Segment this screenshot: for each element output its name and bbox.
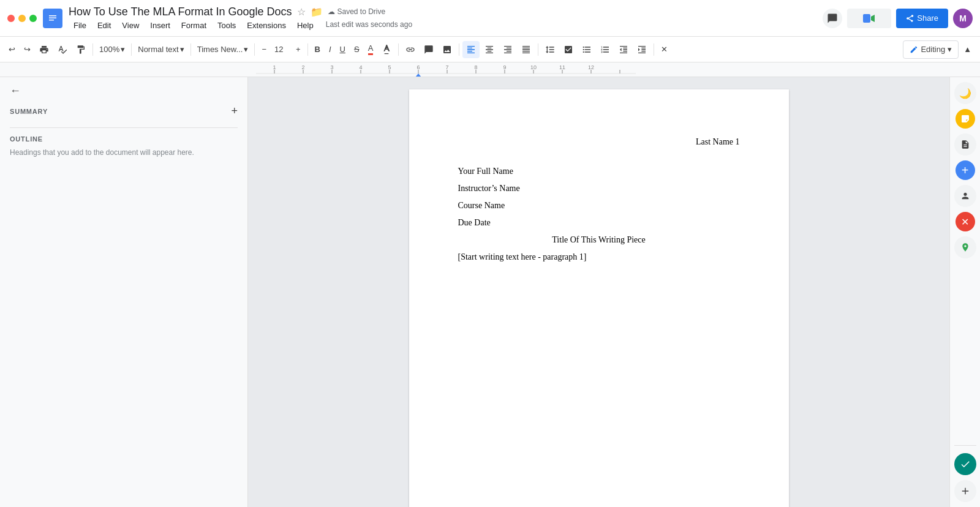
toolbar: ↩ ↪ 100% ▾ Normal text ▾ Times New... ▾ … [0, 37, 980, 62]
paintformat-button[interactable] [72, 41, 89, 58]
font-size-plus-button[interactable]: + [292, 41, 304, 58]
style-select[interactable]: Normal text ▾ [135, 41, 187, 58]
dark-add-button[interactable] [954, 480, 976, 502]
menu-insert[interactable]: Insert [145, 20, 175, 31]
outline-title: OUTLINE [10, 135, 238, 143]
user-avatar[interactable]: M [953, 9, 973, 28]
collapse-toolbar-button[interactable]: ▲ [960, 41, 975, 58]
svg-text:8: 8 [474, 64, 477, 70]
increase-indent-button[interactable] [633, 41, 650, 58]
title-bar-right: Share M [823, 9, 973, 28]
add-circle-button[interactable]: + [956, 160, 975, 180]
teal-check-button[interactable] [954, 453, 976, 475]
font-select[interactable]: Times New... ▾ [194, 41, 252, 58]
doc-body-line[interactable]: [Start writing text here - paragraph 1] [458, 249, 740, 266]
doc-line-3[interactable]: Course Name [458, 197, 740, 214]
back-arrow-icon[interactable]: ← [10, 85, 21, 97]
sidebar: ← SUMMARY + OUTLINE Headings that you ad… [0, 77, 248, 507]
svg-text:12: 12 [588, 64, 594, 70]
menu-format[interactable]: Format [176, 20, 211, 31]
decrease-indent-button[interactable] [615, 41, 632, 58]
align-right-button[interactable] [499, 41, 516, 58]
file-icon-button[interactable] [954, 133, 976, 156]
title-section: How To Use The MLA Format In Google Docs… [69, 6, 823, 31]
font-size-select[interactable]: 12 [271, 41, 291, 58]
menu-edit[interactable]: Edit [92, 20, 116, 31]
underline-button[interactable]: U [336, 41, 349, 58]
divider-5 [307, 43, 308, 56]
svg-text:10: 10 [530, 64, 537, 70]
doc-line-2[interactable]: Instructor’s Name [458, 180, 740, 197]
minimize-button[interactable] [18, 15, 26, 22]
maps-icon-button[interactable] [954, 236, 976, 258]
close-button[interactable] [7, 15, 15, 22]
image-button[interactable] [439, 41, 456, 58]
undo-button[interactable]: ↩ [5, 41, 19, 58]
divider-9 [654, 43, 654, 56]
sidebar-back: ← [0, 77, 247, 100]
bold-button[interactable]: B [311, 41, 324, 58]
text-color-indicator: A [368, 43, 374, 55]
spellcheck-button[interactable] [54, 41, 71, 58]
menu-tools[interactable]: Tools [213, 20, 241, 31]
font-dropdown-icon: ▾ [244, 45, 248, 54]
menu-view[interactable]: View [117, 20, 144, 31]
numbered-list-button[interactable] [597, 41, 614, 58]
svg-text:9: 9 [503, 64, 506, 70]
docs-icon [43, 9, 62, 28]
right-panel: 🌙 + ✕ [949, 77, 980, 507]
strikethrough-button[interactable]: S [350, 41, 363, 58]
divider-7 [459, 43, 459, 56]
bullet-list-button[interactable] [578, 41, 595, 58]
sticky-note-button[interactable] [956, 109, 975, 129]
text-color-button[interactable]: A [364, 41, 377, 58]
checklist-button[interactable] [560, 41, 577, 58]
align-justify-button[interactable] [518, 41, 535, 58]
editing-mode-button[interactable]: Editing ▾ [903, 40, 959, 59]
highlight-button[interactable] [378, 41, 395, 58]
ruler: 1 2 3 4 5 6 7 8 9 10 11 12 [0, 62, 980, 77]
doc-line-1[interactable]: Your Full Name [458, 163, 740, 180]
doc-line-4[interactable]: Due Date [458, 214, 740, 231]
doc-title-line[interactable]: Title Of This Writing Piece [458, 231, 740, 249]
document-area[interactable]: Last Name 1 Your Full Name Instructor’s … [248, 77, 949, 507]
svg-rect-4 [863, 14, 870, 23]
print-button[interactable] [36, 41, 53, 58]
menu-help[interactable]: Help [292, 20, 318, 31]
close-icon-button[interactable]: ✕ [956, 212, 975, 231]
menu-and-edit-row: File Edit View Insert Format Tools Exten… [69, 18, 823, 31]
folder-icon[interactable]: 📁 [311, 6, 323, 18]
summary-section: SUMMARY + [0, 100, 247, 125]
meet-button[interactable] [847, 9, 891, 28]
link-button[interactable] [402, 41, 419, 58]
menu-file[interactable]: File [69, 20, 91, 31]
document-title[interactable]: How To Use The MLA Format In Google Docs [69, 6, 292, 18]
share-button[interactable]: Share [896, 9, 948, 28]
editing-dropdown-icon: ▾ [948, 45, 952, 54]
maximize-button[interactable] [29, 15, 37, 22]
comments-button[interactable] [823, 9, 842, 28]
outline-hint: Headings that you add to the document wi… [10, 148, 238, 158]
zoom-select[interactable]: 100% ▾ [96, 41, 128, 58]
summary-add-button[interactable]: + [231, 105, 238, 118]
divider-8 [538, 43, 538, 56]
line-spacing-button[interactable] [541, 41, 559, 58]
menu-extensions[interactable]: Extensions [242, 20, 291, 31]
clear-format-button[interactable]: ✕ [657, 41, 671, 58]
zoom-dropdown-icon: ▾ [121, 45, 125, 54]
font-size-minus-button[interactable]: − [258, 41, 270, 58]
main-layout: ← SUMMARY + OUTLINE Headings that you ad… [0, 77, 980, 507]
align-left-button[interactable] [462, 41, 480, 58]
italic-button[interactable]: I [325, 41, 335, 58]
svg-marker-31 [415, 73, 421, 77]
align-center-button[interactable] [481, 41, 498, 58]
redo-button[interactable]: ↪ [20, 41, 34, 58]
document-page[interactable]: Last Name 1 Your Full Name Instructor’s … [409, 89, 789, 507]
svg-text:1: 1 [273, 64, 276, 70]
star-icon[interactable]: ☆ [297, 6, 306, 18]
person-icon-button[interactable] [954, 185, 976, 207]
moon-icon-button[interactable]: 🌙 [954, 82, 976, 104]
comment-button[interactable] [420, 41, 437, 58]
menu-bar: File Edit View Insert Format Tools Exten… [69, 20, 318, 31]
ruler-ticks: 1 2 3 4 5 6 7 8 9 10 11 12 [256, 62, 636, 77]
